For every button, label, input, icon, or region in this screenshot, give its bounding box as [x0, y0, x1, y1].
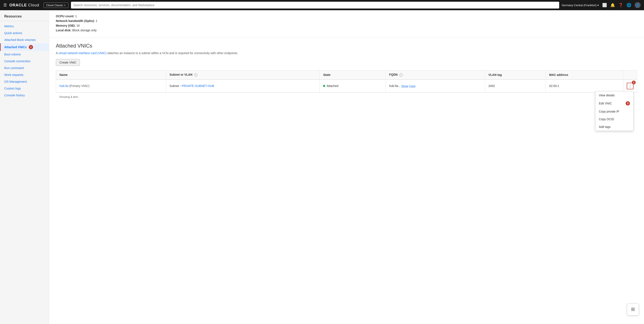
- fqdn-copy-link[interactable]: Copy: [409, 84, 416, 88]
- ocpu-row: OCPU count: 1: [56, 14, 637, 18]
- showing-row: Showing 1 item: [56, 92, 637, 101]
- dropdown-item-add-tags[interactable]: Add tags: [596, 123, 633, 131]
- cell-fqdn: hub-fw... Show Copy: [386, 80, 485, 92]
- status-dot: [323, 85, 325, 87]
- actions-container: ⋮2View detailsEdit VNIC3Copy private IPC…: [627, 83, 634, 89]
- main-content: OCPU count: 1 Network bandwidth (Gpbs): …: [49, 10, 644, 324]
- actions-dropdown: View detailsEdit VNIC3Copy private IPCop…: [595, 91, 634, 131]
- cell-mac-address: 02:00:1: [546, 80, 623, 92]
- vnic-link[interactable]: virtual network interface card (VNIC): [58, 51, 106, 55]
- sidebar-item-attached-vnics[interactable]: Attached VNICs1: [0, 43, 49, 51]
- sidebar-section-title: Resources: [0, 14, 49, 21]
- cell-actions: ⋮2View detailsEdit VNIC3Copy private IPC…: [623, 80, 637, 92]
- cell-subnet: Subnet - PRIVATE-SUBNET-HUB: [166, 80, 320, 92]
- avatar[interactable]: 👤: [634, 2, 640, 8]
- dropdown-item-badge: 3: [626, 101, 630, 106]
- terminal-icon[interactable]: ⬜: [602, 3, 607, 8]
- create-vnic-button[interactable]: Create VNIC: [56, 59, 80, 66]
- sidebar-item-work-requests[interactable]: Work requests: [0, 72, 49, 78]
- dropdown-item-view-details[interactable]: View details: [596, 92, 633, 99]
- sidebar-item-metrics[interactable]: Metrics: [0, 23, 49, 30]
- hamburger-icon[interactable]: ☰: [4, 3, 7, 8]
- col-subnet-vlan: Subnet or VLAN i: [166, 70, 320, 80]
- section-title: Attached VNICs: [56, 43, 637, 49]
- attached-vnics-section: Attached VNICs A virtual network interfa…: [49, 38, 644, 106]
- subnet-info-icon[interactable]: i: [194, 73, 198, 77]
- cell-name: hub-fw (Primary VNIC): [56, 80, 166, 92]
- actions-badge: 2: [632, 80, 636, 84]
- globe-icon[interactable]: 🌐: [626, 3, 631, 8]
- help-icon[interactable]: ❓: [618, 3, 623, 8]
- subnet-link[interactable]: PRIVATE-SUBNET-HUB: [182, 84, 214, 88]
- table-header: Name Subnet or VLAN i State FQDN i: [56, 70, 637, 80]
- sidebar-item-console-history[interactable]: Console history: [0, 92, 49, 99]
- sidebar-item-console-connection[interactable]: Console connection: [0, 58, 49, 64]
- sidebar: Resources MetricsQuick actionsAttached b…: [0, 10, 49, 324]
- col-name: Name: [56, 70, 166, 80]
- sidebar-item-run-command[interactable]: Run command: [0, 64, 49, 72]
- help-widget-icon: ⊞: [631, 306, 635, 312]
- help-widget[interactable]: ⊞: [627, 304, 639, 316]
- vnics-table: Name Subnet or VLAN i State FQDN i: [56, 70, 637, 92]
- oracle-logo: ORACLE Cloud: [10, 3, 39, 8]
- fqdn-info-icon[interactable]: i: [399, 73, 403, 77]
- cell-vlan-tag: 2452: [485, 80, 546, 92]
- instance-info-block: OCPU count: 1 Network bandwidth (Gpbs): …: [49, 10, 644, 38]
- section-description: A virtual network interface card (VNIC) …: [56, 51, 637, 55]
- main-layout: Resources MetricsQuick actionsAttached b…: [0, 10, 644, 324]
- dropdown-item-copy-private-ip[interactable]: Copy private IP: [596, 108, 633, 115]
- col-fqdn: FQDN i: [386, 70, 485, 80]
- sidebar-item-os-management[interactable]: OS Management: [0, 78, 49, 85]
- sidebar-item-attached-block-volumes[interactable]: Attached block volumes: [0, 36, 49, 43]
- memory-row: Memory (GB): 16: [56, 24, 637, 27]
- col-mac-address: MAC address: [546, 70, 623, 80]
- sidebar-item-custom-logs[interactable]: Custom logs: [0, 85, 49, 92]
- col-state: State: [320, 70, 386, 80]
- region-selector[interactable]: Germany Central (Frankfurt) ▾: [562, 4, 599, 7]
- cell-state: Attached: [320, 80, 386, 92]
- search-input[interactable]: [71, 2, 559, 8]
- topnav: ☰ ORACLE Cloud Cloud Classic > Germany C…: [0, 0, 644, 10]
- topnav-right: Germany Central (Frankfurt) ▾ ⬜ 🔔 ❓ 🌐 👤: [562, 2, 640, 8]
- local-disk-row: Local disk: Block storage only: [56, 28, 637, 32]
- vnic-name-suffix: (Primary VNIC): [68, 84, 90, 88]
- col-actions: [623, 70, 637, 80]
- table-row: hub-fw (Primary VNIC)Subnet - PRIVATE-SU…: [56, 80, 637, 92]
- sidebar-badge-attached-vnics: 1: [29, 45, 33, 49]
- bell-icon[interactable]: 🔔: [610, 3, 615, 8]
- col-vlan-tag: VLAN tag: [485, 70, 546, 80]
- network-row: Network bandwidth (Gpbs): 1: [56, 19, 637, 22]
- dropdown-item-copy-ocid[interactable]: Copy OCID: [596, 115, 633, 123]
- sidebar-item-quick-actions[interactable]: Quick actions: [0, 30, 49, 36]
- fqdn-show-link[interactable]: Show: [401, 84, 408, 88]
- dropdown-item-edit-vnic[interactable]: Edit VNIC3: [596, 99, 633, 108]
- cloud-classic-button[interactable]: Cloud Classic >: [44, 2, 68, 8]
- vnic-name-link[interactable]: hub-fw: [60, 84, 68, 88]
- sidebar-item-boot-volume[interactable]: Boot volume: [0, 51, 49, 58]
